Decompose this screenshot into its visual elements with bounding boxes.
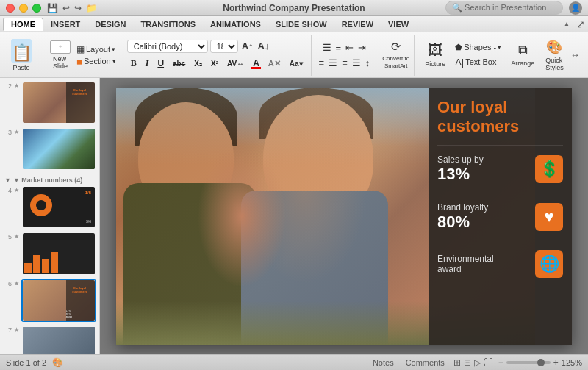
slide-item-3[interactable]: 3 ★ [3, 127, 96, 171]
slide-item-7[interactable]: 7 ★ [3, 325, 96, 354]
canvas-area[interactable]: Our loyalcustomers Sales up by 13% 💲 [100, 78, 588, 354]
zoom-out-button[interactable]: − [498, 357, 503, 368]
bullet-list-button[interactable]: ☰ [321, 41, 333, 54]
shapes-button[interactable]: ⬟ Shapes - ▾ [452, 41, 504, 54]
stat-3-icon: 🌐 [535, 250, 563, 278]
new-slide-icon: + [50, 40, 71, 54]
zoom-in-button[interactable]: + [553, 357, 559, 368]
convert-group: ⟳ Convert toSmartArt [378, 35, 415, 76]
notes-button[interactable]: Notes [370, 357, 397, 368]
slide-thumb-5[interactable] [21, 232, 96, 275]
textbox-button[interactable]: A| Text Box [452, 55, 504, 69]
slide-thumb-inner-6: Our loyalcustomers 13%80%Award [23, 280, 95, 321]
normal-view-button[interactable]: ⊞ [453, 357, 461, 368]
comments-button[interactable]: Comments [403, 357, 448, 368]
font-row: Calibri (Body) 18 A↑ A↓ [127, 40, 271, 53]
decrease-indent-button[interactable]: ⇤ [344, 41, 355, 54]
minimize-button[interactable] [19, 4, 28, 13]
replace-icon[interactable]: ↔ [570, 49, 580, 60]
slide-thumb-4[interactable]: 1/5 3/6 [21, 185, 96, 229]
slide-item-4[interactable]: 4 ★ 1/5 3/6 [3, 185, 96, 229]
slide-thumb-3[interactable] [21, 127, 96, 171]
slide-item-5[interactable]: 5 ★ [3, 232, 96, 275]
new-slide-button[interactable]: + NewSlide [46, 38, 74, 72]
slide-number-5: 5 [3, 233, 12, 241]
tab-view[interactable]: VIEW [381, 18, 416, 30]
bold-button[interactable]: B [127, 57, 140, 71]
strikethrough-button[interactable]: abc [169, 58, 189, 69]
quick-styles-button[interactable]: 🎨 QuickStyles [541, 38, 568, 73]
search-input[interactable]: 🔍 Search in Presentation [445, 1, 563, 15]
tab-home[interactable]: HOME [3, 18, 43, 31]
slide-canvas: Our loyalcustomers Sales up by 13% 💲 [116, 88, 572, 345]
new-slide-label: NewSlide [53, 55, 68, 70]
statusbar: Slide 1 of 2 🎨 Notes Comments ⊞ ⊟ ▷ ⛶ − … [0, 354, 588, 370]
divider-3 [437, 241, 563, 241]
textbox-icon: A| [455, 57, 464, 68]
slide-thumb-inner-3 [23, 129, 95, 169]
slide-thumb-inner-5 [23, 233, 95, 274]
text-direction-button[interactable]: ↕ [364, 57, 372, 69]
user-avatar[interactable]: 👤 [569, 1, 582, 15]
justify-button[interactable]: ☰ [351, 57, 362, 69]
paragraph-group: ☰ ≡ ⇤ ⇥ ≡ ☰ ≡ ☰ ↕ [313, 35, 377, 76]
tab-animations[interactable]: ANIMATIONS [203, 18, 268, 30]
layout-button[interactable]: ▦ Layout ▾ [76, 44, 116, 54]
slide-thumb-6[interactable]: Our loyalcustomers 13%80%Award [21, 279, 96, 322]
change-case-button[interactable]: Aa▾ [286, 58, 306, 69]
maximize-button[interactable] [32, 4, 41, 13]
align-right-button[interactable]: ≡ [340, 57, 349, 69]
slide-item-6[interactable]: 6 ★ Our loyalcustomers 13%80%Award [3, 279, 96, 322]
font-grow-button[interactable]: A↑ [240, 40, 255, 51]
slide-thumb-2[interactable]: Our loyalcustomers [21, 81, 96, 124]
slide-thumb-7[interactable] [21, 325, 96, 354]
slide-item-2[interactable]: 2 ★ Our loyalcustomers [3, 81, 96, 124]
slide-panel[interactable]: 2 ★ Our loyalcustomers 3 ★ [0, 78, 100, 354]
italic-button[interactable]: I [142, 57, 153, 71]
save-icon[interactable]: 💾 [47, 3, 58, 13]
underline-button[interactable]: U [154, 57, 168, 70]
convert-smartart-button[interactable]: ⟳ Convert toSmartArt [382, 40, 409, 69]
paste-icon [11, 39, 32, 63]
stat-2-label: Brand loyalty [437, 202, 529, 213]
arrange-button[interactable]: ⧉ Arrange [506, 41, 539, 68]
ribbon-collapse-button[interactable]: ▲ [560, 19, 573, 29]
zoom-controls: − + 125% [498, 357, 582, 368]
section-button[interactable]: ◼ Section ▾ [76, 57, 116, 65]
subscript-button[interactable]: X₂ [190, 58, 206, 69]
slideshow-button[interactable]: ⛶ [484, 357, 492, 368]
clear-format-button[interactable]: A✕ [265, 57, 284, 70]
undo-icon[interactable]: ↩ [62, 3, 70, 13]
font-size-select[interactable]: 18 [210, 40, 238, 53]
folder-icon[interactable]: 📁 [86, 3, 97, 13]
increase-indent-button[interactable]: ⇥ [356, 41, 368, 54]
shapes-textbox-group: ⬟ Shapes - ▾ A| Text Box [452, 41, 504, 69]
tab-transitions[interactable]: TRANSITIONS [134, 18, 204, 30]
tab-design[interactable]: DESIGN [87, 18, 133, 30]
font-group: Calibri (Body) 18 A↑ A↓ B I U abc X₂ X² … [123, 35, 312, 76]
market-numbers-section[interactable]: ▼ ▼ Market numbers (4) [3, 174, 96, 185]
zoom-slider[interactable] [506, 361, 551, 364]
paste-button[interactable]: Paste [7, 37, 35, 74]
close-button[interactable] [6, 4, 15, 13]
superscript-button[interactable]: X² [207, 58, 222, 69]
font-color-button[interactable]: A [249, 57, 263, 70]
slide-sorter-button[interactable]: ⊟ [464, 357, 471, 368]
numbered-list-button[interactable]: ≡ [334, 41, 343, 54]
align-center-button[interactable]: ☰ [327, 57, 339, 69]
fullscreen-icon[interactable]: ⤢ [576, 18, 585, 30]
tab-insert[interactable]: INSERT [43, 18, 87, 30]
tab-review[interactable]: REVIEW [334, 18, 381, 30]
convert-icon: ⟳ [391, 40, 401, 54]
picture-button[interactable]: 🖼 Picture [420, 40, 450, 69]
slide-number-2: 2 [3, 82, 12, 90]
shapes-icon: ⬟ [455, 43, 462, 52]
align-left-button[interactable]: ≡ [318, 57, 326, 69]
redo-icon[interactable]: ↪ [74, 3, 82, 13]
char-spacing-button[interactable]: AV↔ [223, 58, 248, 69]
font-shrink-button[interactable]: A↓ [257, 40, 271, 51]
tab-slideshow[interactable]: SLIDE SHOW [268, 18, 334, 30]
font-family-select[interactable]: Calibri (Body) [127, 40, 208, 53]
reading-view-button[interactable]: ▷ [474, 357, 481, 368]
slide-thumb-inner-7 [23, 327, 95, 354]
